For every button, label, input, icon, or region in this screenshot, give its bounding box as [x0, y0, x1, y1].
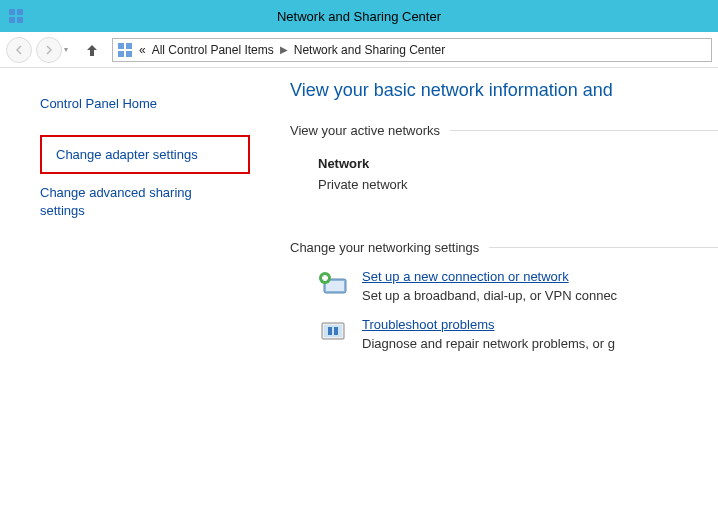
svg-rect-0	[9, 9, 15, 15]
network-type: Private network	[318, 177, 718, 192]
network-name[interactable]: Network	[318, 156, 718, 171]
troubleshoot-link[interactable]: Troubleshoot problems	[362, 317, 615, 332]
address-bar[interactable]: « All Control Panel Items ▶ Network and …	[112, 38, 712, 62]
change-settings-heading: Change your networking settings	[290, 240, 718, 255]
app-icon	[8, 8, 24, 24]
breadcrumb-part1[interactable]: All Control Panel Items	[152, 43, 274, 57]
chevron-right-icon[interactable]: ▶	[280, 44, 288, 55]
control-panel-home-link[interactable]: Control Panel Home	[40, 96, 280, 111]
sidebar: Control Panel Home Change adapter settin…	[0, 68, 290, 522]
forward-button[interactable]	[36, 37, 62, 63]
page-title: View your basic network information and	[290, 80, 718, 101]
breadcrumb-prefix: «	[139, 43, 146, 57]
divider	[489, 247, 718, 248]
svg-rect-14	[324, 325, 342, 337]
content-area: Control Panel Home Change adapter settin…	[0, 68, 718, 522]
svg-rect-15	[328, 327, 332, 335]
svg-rect-2	[9, 17, 15, 23]
change-adapter-settings-link[interactable]: Change adapter settings	[56, 147, 234, 162]
history-dropdown-icon[interactable]: ▾	[64, 45, 68, 54]
titlebar: Network and Sharing Center	[0, 0, 718, 32]
svg-rect-3	[17, 17, 23, 23]
up-button[interactable]	[80, 38, 104, 62]
svg-rect-16	[334, 327, 338, 335]
change-advanced-sharing-link[interactable]: Change advanced sharing settings	[40, 184, 240, 220]
svg-rect-1	[17, 9, 23, 15]
svg-rect-5	[126, 43, 132, 49]
breadcrumb-part2[interactable]: Network and Sharing Center	[294, 43, 445, 57]
setup-connection-link[interactable]: Set up a new connection or network	[362, 269, 617, 284]
svg-rect-4	[118, 43, 124, 49]
svg-rect-12	[322, 277, 328, 280]
troubleshoot-icon	[318, 317, 350, 349]
new-connection-icon	[318, 269, 350, 301]
nav-toolbar: ▾ « All Control Panel Items ▶ Network an…	[0, 32, 718, 68]
change-settings-label: Change your networking settings	[290, 240, 479, 255]
back-button[interactable]	[6, 37, 32, 63]
highlight-box: Change adapter settings	[40, 135, 250, 174]
setup-connection-desc: Set up a broadband, dial-up, or VPN conn…	[362, 288, 617, 303]
divider	[450, 130, 718, 131]
window-title: Network and Sharing Center	[277, 9, 441, 24]
svg-rect-7	[126, 51, 132, 57]
main-panel: View your basic network information and …	[290, 68, 718, 522]
troubleshoot-desc: Diagnose and repair network problems, or…	[362, 336, 615, 351]
network-block: Network Private network	[318, 156, 718, 192]
action-setup-connection: Set up a new connection or network Set u…	[318, 269, 718, 303]
control-panel-icon	[117, 42, 133, 58]
svg-rect-6	[118, 51, 124, 57]
active-networks-heading: View your active networks	[290, 123, 718, 138]
action-troubleshoot: Troubleshoot problems Diagnose and repai…	[318, 317, 718, 351]
active-networks-label: View your active networks	[290, 123, 440, 138]
